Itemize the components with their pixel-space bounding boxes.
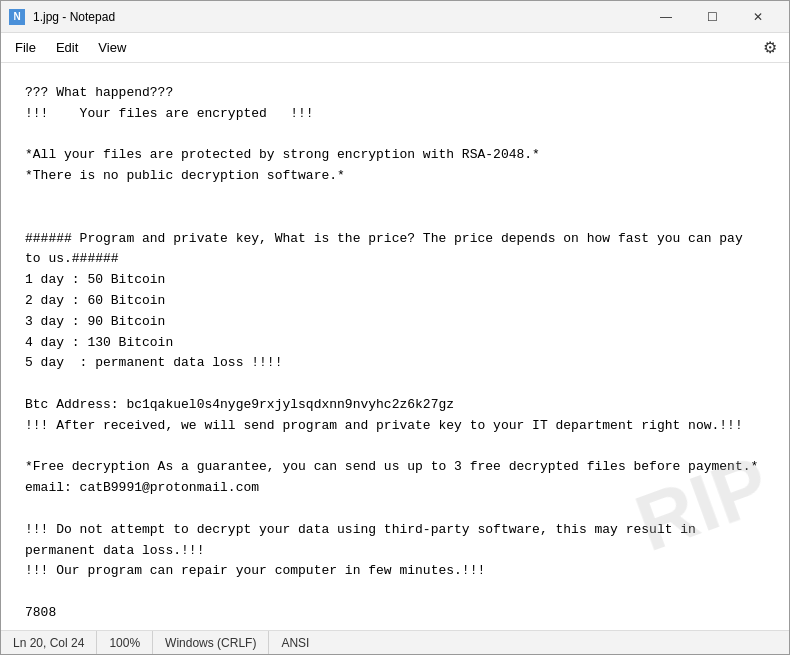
text-editor[interactable]: ??? What happend??? !!! Your files are e… xyxy=(1,63,789,630)
close-button[interactable]: ✕ xyxy=(735,1,781,33)
minimize-button[interactable]: — xyxy=(643,1,689,33)
menu-edit[interactable]: Edit xyxy=(46,36,88,59)
line-ending: Windows (CRLF) xyxy=(153,631,269,654)
content-area: ??? What happend??? !!! Your files are e… xyxy=(1,63,789,630)
maximize-button[interactable]: ☐ xyxy=(689,1,735,33)
title-bar: N 1.jpg - Notepad — ☐ ✕ xyxy=(1,1,789,33)
encoding: ANSI xyxy=(269,631,321,654)
window-title: 1.jpg - Notepad xyxy=(33,10,643,24)
menu-view[interactable]: View xyxy=(88,36,136,59)
menu-file[interactable]: File xyxy=(5,36,46,59)
menu-bar: File Edit View ⚙ xyxy=(1,33,789,63)
notepad-window: N 1.jpg - Notepad — ☐ ✕ File Edit View ⚙… xyxy=(0,0,790,655)
cursor-position: Ln 20, Col 24 xyxy=(9,631,97,654)
window-controls: — ☐ ✕ xyxy=(643,1,781,33)
status-bar: Ln 20, Col 24 100% Windows (CRLF) ANSI xyxy=(1,630,789,654)
zoom-level: 100% xyxy=(97,631,153,654)
settings-icon[interactable]: ⚙ xyxy=(755,34,785,61)
app-icon: N xyxy=(9,9,25,25)
